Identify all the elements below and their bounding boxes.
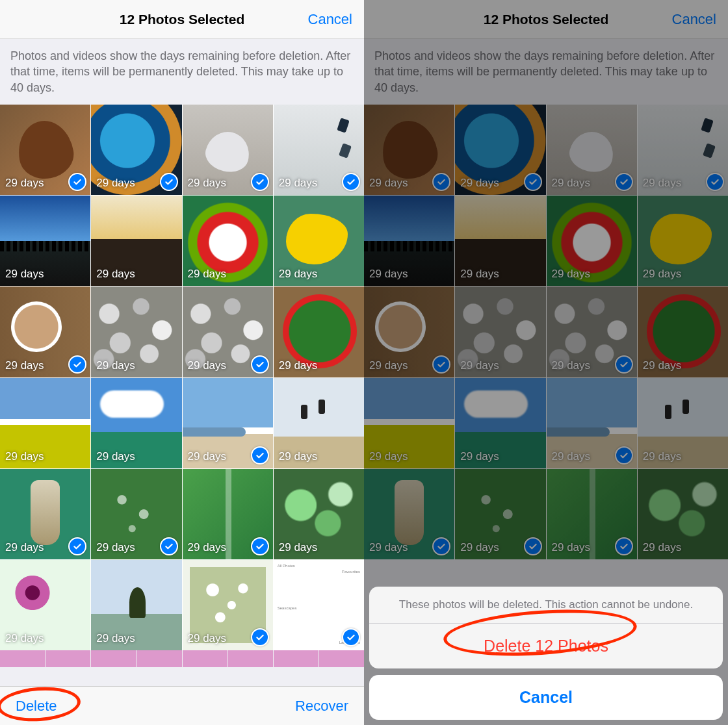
- days-remaining-label: 29 days: [96, 632, 135, 645]
- days-remaining-label: 29 days: [369, 177, 408, 190]
- days-remaining-label: 29 days: [552, 177, 591, 190]
- photo-thumbnail[interactable]: 29 days: [455, 105, 545, 195]
- days-remaining-label: 29 days: [279, 541, 318, 554]
- nav-title: 12 Photos Selected: [484, 12, 609, 27]
- photo-thumbnail[interactable]: 29 days: [364, 378, 454, 468]
- checkmark-icon: [615, 173, 633, 191]
- photo-thumbnail[interactable]: 29 days: [638, 469, 728, 559]
- navbar: 12 Photos Selected Cancel: [364, 0, 728, 39]
- photo-thumbnail[interactable]: 29 days: [0, 196, 90, 286]
- days-remaining-label: 29 days: [5, 177, 44, 190]
- cancel-button[interactable]: Cancel: [672, 11, 716, 28]
- checkmark-icon: [68, 355, 86, 374]
- days-remaining-label: 29 days: [188, 450, 227, 463]
- days-remaining-label: 29 days: [279, 359, 318, 372]
- days-remaining-label: 29 days: [279, 268, 318, 281]
- checkmark-icon: [615, 537, 633, 555]
- photo-thumbnail[interactable]: 29 days: [638, 286, 728, 377]
- photo-thumbnail[interactable]: 29 days: [183, 286, 273, 377]
- cancel-button[interactable]: Cancel: [308, 11, 352, 28]
- days-remaining-label: 29 days: [5, 268, 44, 281]
- recover-button[interactable]: Recover: [295, 698, 348, 715]
- days-remaining-label: 29 days: [460, 450, 499, 463]
- photo-thumbnail[interactable]: 29 days: [547, 378, 637, 468]
- photo-thumbnail[interactable]: 29 days: [638, 378, 728, 468]
- photo-thumbnail[interactable]: 29 days: [455, 196, 545, 286]
- photo-thumbnail[interactable]: 29 days: [0, 105, 90, 195]
- days-remaining-label: 29 days: [188, 268, 227, 281]
- photo-thumbnail[interactable]: 29 days: [0, 469, 90, 559]
- checkmark-icon: [251, 446, 269, 464]
- photo-thumbnail[interactable]: 29 days: [455, 378, 545, 468]
- delete-photos-button[interactable]: Delete 12 Photos: [369, 623, 723, 668]
- days-remaining-label: 29 days: [96, 541, 135, 554]
- photo-thumbnail[interactable]: 29 days: [183, 196, 273, 286]
- photo-thumbnail[interactable]: 29 days: [274, 105, 364, 195]
- photo-thumbnail[interactable]: 29 days: [183, 105, 273, 195]
- photo-thumbnail[interactable]: 29 days: [274, 286, 364, 377]
- photo-thumbnail[interactable]: 29 days: [364, 196, 454, 286]
- photo-thumbnail[interactable]: 29 days: [638, 105, 728, 195]
- photo-thumbnail[interactable]: 29 days: [183, 469, 273, 559]
- info-text: Photos and videos show the days remainin…: [364, 39, 728, 105]
- photo-thumbnail[interactable]: 29 days: [91, 105, 181, 195]
- screen-right: 12 Photos Selected Cancel Photos and vid…: [364, 0, 728, 725]
- days-remaining-label: 29 days: [643, 541, 682, 554]
- days-remaining-label: 29 days: [96, 177, 135, 190]
- days-remaining-label: 29 days: [643, 268, 682, 281]
- photo-thumbnail[interactable]: 29 days: [547, 286, 637, 377]
- photo-thumbnail[interactable]: 29 days: [91, 469, 181, 559]
- days-remaining-label: 29 days: [5, 450, 44, 463]
- action-sheet-cancel-button[interactable]: Cancel: [369, 675, 723, 720]
- photo-thumbnail[interactable]: 29 days: [364, 469, 454, 559]
- checkmark-icon: [160, 173, 178, 191]
- days-remaining-label: 29 days: [369, 268, 408, 281]
- photo-thumbnail[interactable]: 29 days: [91, 286, 181, 377]
- days-remaining-label: 29 days: [369, 359, 408, 372]
- days-remaining-label: 29 days: [188, 632, 227, 645]
- days-remaining-label: 29 days: [188, 359, 227, 372]
- photo-thumbnail[interactable]: 29 days: [274, 378, 364, 468]
- photo-grid: 29 days29 days29 days29 days29 days29 da…: [0, 105, 364, 651]
- photo-thumbnail[interactable]: 29 days: [364, 105, 454, 195]
- photo-thumbnail[interactable]: 29 days: [547, 469, 637, 559]
- photo-thumbnail[interactable]: 29 days: [547, 196, 637, 286]
- photo-thumbnail[interactable]: 29 days: [638, 196, 728, 286]
- days-remaining-label: 29 days: [279, 177, 318, 190]
- checkmark-icon: [251, 628, 269, 646]
- photo-thumbnail[interactable]: 29 days: [91, 560, 181, 650]
- action-sheet-message: These photos will be deleted. This actio…: [369, 587, 723, 623]
- photo-thumbnail[interactable]: 29 days: [455, 286, 545, 377]
- photo-thumbnail[interactable]: 29 days: [0, 378, 90, 468]
- days-remaining-label: 29 days: [5, 632, 44, 645]
- action-sheet-block: These photos will be deleted. This actio…: [369, 587, 723, 668]
- toolbar: Delete Recover: [0, 686, 364, 725]
- checkmark-icon: [251, 537, 269, 555]
- photo-thumbnail[interactable]: 29 days: [91, 378, 181, 468]
- photo-thumbnail[interactable]: 29 days: [455, 469, 545, 559]
- days-remaining-label: 29 days: [460, 177, 499, 190]
- days-remaining-label: 29 days: [643, 177, 682, 190]
- checkmark-icon: [615, 355, 633, 374]
- partial-row: [0, 650, 364, 667]
- days-remaining-label: 29 days: [460, 359, 499, 372]
- photo-thumbnail[interactable]: All PhotosFavouritesSeascapesLandscapes: [274, 560, 364, 650]
- checkmark-icon: [342, 173, 360, 191]
- photo-thumbnail[interactable]: 29 days: [183, 560, 273, 650]
- days-remaining-label: 29 days: [460, 541, 499, 554]
- photo-thumbnail[interactable]: 29 days: [274, 469, 364, 559]
- photo-thumbnail[interactable]: 29 days: [0, 286, 90, 377]
- days-remaining-label: 29 days: [552, 268, 591, 281]
- photo-thumbnail[interactable]: 29 days: [0, 560, 90, 650]
- delete-button[interactable]: Delete: [16, 698, 57, 715]
- photo-thumbnail[interactable]: 29 days: [274, 196, 364, 286]
- photo-thumbnail[interactable]: 29 days: [183, 378, 273, 468]
- checkmark-icon: [251, 173, 269, 191]
- navbar: 12 Photos Selected Cancel: [0, 0, 364, 39]
- photo-thumbnail[interactable]: 29 days: [91, 196, 181, 286]
- photo-thumbnail[interactable]: 29 days: [547, 105, 637, 195]
- info-text: Photos and videos show the days remainin…: [0, 39, 364, 105]
- checkmark-icon: [160, 537, 178, 555]
- photo-thumbnail[interactable]: 29 days: [364, 286, 454, 377]
- checkmark-icon: [706, 173, 724, 191]
